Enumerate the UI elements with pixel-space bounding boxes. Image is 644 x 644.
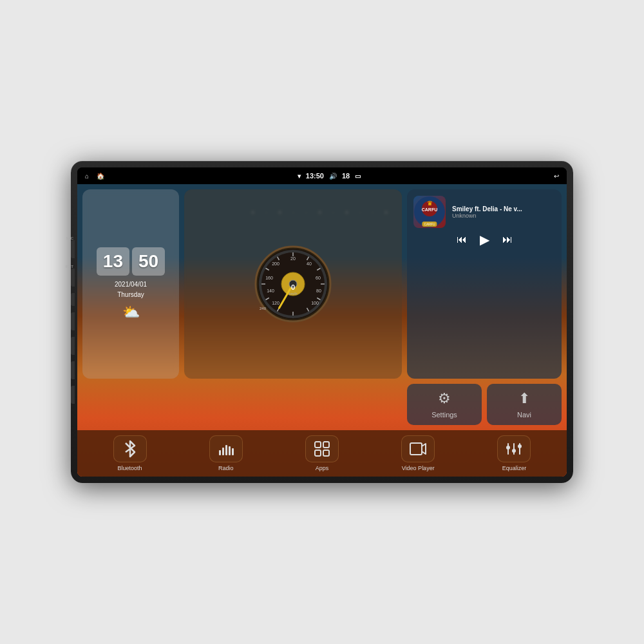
svg-text:km/h: km/h — [289, 292, 297, 296]
svg-rect-38 — [232, 448, 234, 455]
svg-text:200: 200 — [272, 261, 279, 266]
battery-icon: ▭ — [355, 173, 361, 180]
screen: ⌂ 🏠 ▾ 13:50 🔊 18 ▭ ↩ — [77, 167, 567, 477]
svg-text:240: 240 — [260, 307, 267, 310]
clock-spacer — [82, 384, 179, 425]
clock-date: 2021/04/01 Thursday — [115, 279, 147, 300]
svg-point-48 — [512, 449, 516, 453]
svg-text:160: 160 — [265, 276, 273, 280]
apps-icon-box — [305, 435, 339, 462]
svg-text:60: 60 — [316, 276, 321, 280]
dock-item-video[interactable]: Video Player — [372, 435, 464, 471]
back-status-icon[interactable]: ↩ — [554, 173, 559, 180]
status-bar: ⌂ 🏠 ▾ 13:50 🔊 18 ▭ ↩ — [77, 167, 567, 184]
navi-widget[interactable]: ⬆ Navi — [487, 384, 562, 425]
video-icon — [409, 441, 427, 457]
svg-rect-39 — [315, 442, 321, 448]
next-button[interactable]: ⏭ — [502, 234, 513, 245]
svg-text:20: 20 — [290, 256, 296, 261]
navi-icon: ⬆ — [518, 390, 530, 407]
music-artist: Unknown — [452, 213, 555, 219]
radio-icon — [217, 441, 235, 457]
car-head-unit: MIC RST ⌂ 🏠 ▾ — [71, 161, 573, 483]
clock-widget: 13 50 2021/04/01 Thursday ⛅ — [82, 189, 179, 379]
settings-navi-row: ⚙ Settings ⬆ Navi — [407, 384, 562, 425]
speedo-spacer — [184, 384, 402, 425]
main-screen: 13 50 2021/04/01 Thursday ⛅ — [77, 184, 567, 477]
home-side-button[interactable] — [71, 312, 75, 330]
equalizer-icon-box — [497, 435, 531, 462]
svg-rect-42 — [323, 450, 329, 456]
video-label: Video Player — [402, 465, 435, 471]
android-status-icon: 🏠 — [97, 173, 104, 180]
clock-display: 13 50 — [97, 247, 165, 276]
prev-button[interactable]: ⏮ — [457, 234, 467, 245]
settings-icon: ⚙ — [438, 390, 451, 407]
back-side-button[interactable] — [71, 337, 75, 355]
rst-button[interactable] — [71, 269, 75, 287]
bluetooth-label: Bluetooth — [118, 465, 142, 471]
svg-text:80: 80 — [316, 289, 321, 293]
svg-text:CARFU: CARFU — [422, 207, 438, 212]
weather-icon: ⛅ — [122, 304, 140, 321]
wifi-icon: ▾ — [298, 173, 301, 180]
status-time: 13:50 — [306, 172, 324, 180]
settings-widget[interactable]: ⚙ Settings — [407, 384, 482, 425]
volume-level: 18 — [342, 172, 350, 180]
svg-text:40: 40 — [307, 261, 312, 266]
clock-hours: 13 — [97, 247, 129, 276]
clock-minutes: 50 — [132, 247, 165, 276]
svg-rect-37 — [229, 446, 231, 455]
dock-item-equalizer[interactable]: Equalizer — [468, 435, 560, 471]
album-art: CARFU ♛ CARFU — [413, 196, 446, 228]
music-widget: CARFU ♛ CARFU Smiley ft. Delia - Ne v...… — [407, 189, 562, 379]
content-area: 13 50 2021/04/01 Thursday ⛅ — [77, 184, 567, 477]
svg-text:100: 100 — [311, 301, 319, 305]
volume-status-icon: 🔊 — [329, 173, 337, 180]
svg-point-50 — [518, 444, 522, 448]
music-top: CARFU ♛ CARFU Smiley ft. Delia - Ne v...… — [413, 196, 555, 228]
bluetooth-icon — [122, 440, 138, 458]
speedometer-svg: 20 40 60 80 100 120 140 160 200 240 — [251, 242, 335, 326]
top-widgets: 13 50 2021/04/01 Thursday ⛅ — [77, 184, 567, 384]
side-button-panel: MIC RST — [66, 236, 75, 408]
radio-label: Radio — [218, 465, 234, 471]
equalizer-label: Equalizer — [502, 465, 527, 471]
svg-text:120: 120 — [272, 301, 279, 305]
status-center: ▾ 13:50 🔊 18 ▭ — [298, 172, 361, 180]
home-status-icon: ⌂ — [85, 173, 89, 180]
svg-rect-36 — [225, 445, 227, 455]
vol-down-button[interactable] — [71, 386, 75, 404]
music-controls: ⏮ ▶ ⏭ — [413, 232, 555, 247]
vol-up-button[interactable] — [71, 361, 75, 379]
play-button[interactable]: ▶ — [480, 232, 489, 247]
album-badge: CARFU — [422, 222, 437, 227]
video-icon-box — [401, 435, 435, 462]
svg-text:0: 0 — [291, 283, 295, 291]
equalizer-icon — [505, 441, 523, 457]
status-left-icons: ⌂ 🏠 — [85, 173, 104, 180]
navi-label: Navi — [517, 411, 531, 419]
svg-rect-41 — [315, 450, 321, 456]
bottom-widgets: ⚙ Settings ⬆ Navi — [77, 384, 567, 430]
svg-text:140: 140 — [267, 289, 274, 293]
status-right-icons: ↩ — [554, 173, 559, 180]
dock-item-bluetooth[interactable]: Bluetooth — [84, 435, 176, 471]
power-button[interactable] — [71, 293, 75, 306]
music-info: Smiley ft. Delia - Ne v... Unknown — [452, 205, 555, 219]
svg-marker-44 — [422, 444, 426, 454]
svg-point-46 — [506, 446, 510, 450]
radio-icon-box — [209, 435, 243, 462]
svg-rect-35 — [222, 448, 224, 455]
dock-item-radio[interactable]: Radio — [180, 435, 272, 471]
mic-button[interactable] — [71, 240, 75, 258]
dock-item-apps[interactable]: Apps — [276, 435, 368, 471]
apps-label: Apps — [316, 465, 329, 471]
bottom-dock: Bluetooth Radio — [77, 430, 567, 477]
svg-rect-43 — [410, 443, 422, 455]
bluetooth-icon-box — [113, 435, 147, 462]
apps-icon — [314, 440, 330, 457]
music-title: Smiley ft. Delia - Ne v... — [452, 205, 555, 213]
svg-rect-34 — [219, 450, 221, 455]
settings-label: Settings — [431, 411, 457, 419]
